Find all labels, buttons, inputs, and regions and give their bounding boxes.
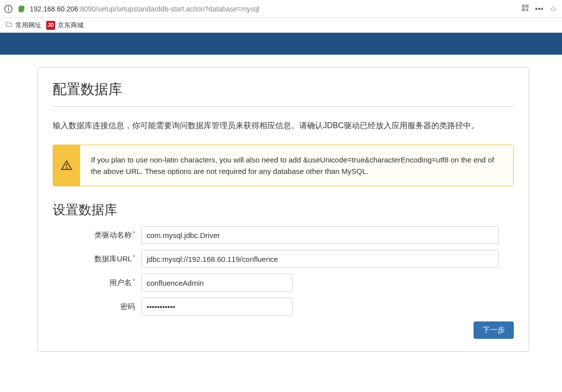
more-menu-icon[interactable]: ••• <box>534 4 544 13</box>
section-title: 设置数据库 <box>53 201 514 219</box>
info-icon[interactable] <box>4 4 13 13</box>
next-button[interactable]: 下一步 <box>474 321 514 339</box>
bookmark-jd[interactable]: JD 京东商城 <box>46 21 83 30</box>
bookmark-label: 常用网址 <box>15 21 41 30</box>
folder-icon <box>5 21 13 29</box>
jd-icon: JD <box>46 21 55 30</box>
password-input[interactable] <box>141 298 293 315</box>
bookmark-star-icon[interactable]: ☆ <box>548 4 558 13</box>
page-title: 配置数据库 <box>53 80 514 107</box>
warning-icon <box>53 145 80 186</box>
form-row-user: 用户名 <box>53 274 514 292</box>
svg-point-2 <box>8 6 9 7</box>
form-row-password: 密码 <box>53 298 514 315</box>
svg-rect-12 <box>526 10 527 11</box>
security-icon[interactable] <box>17 4 26 13</box>
svg-point-15 <box>66 167 67 168</box>
bookmark-label: 京东商城 <box>58 21 83 30</box>
form-row-dburl: 数据库URL <box>53 250 514 268</box>
dburl-input[interactable] <box>141 250 499 268</box>
url-path: :8090/setup/setupstandarddb-start.action… <box>78 5 259 13</box>
dburl-label: 数据库URL <box>53 254 141 264</box>
qr-icon[interactable] <box>520 4 530 14</box>
bookmark-common-sites[interactable]: 常用网址 <box>5 21 41 30</box>
svg-rect-9 <box>523 9 524 10</box>
warning-text: If you plan to use non-latin characters,… <box>80 145 513 186</box>
intro-text: 输入数据库连接信息，你可能需要询问数据库管理员来获得相应信息。请确认JDBC驱动… <box>53 119 514 132</box>
svg-rect-7 <box>527 5 528 6</box>
svg-rect-10 <box>526 8 527 9</box>
user-input[interactable] <box>141 274 293 292</box>
driver-input[interactable] <box>141 226 499 244</box>
driver-label: 类驱动名称 <box>53 231 141 240</box>
browser-url-bar: 192.168.60.206:8090/setup/setupstandardd… <box>0 0 562 18</box>
url-input[interactable]: 192.168.60.206:8090/setup/setupstandardd… <box>30 5 516 13</box>
svg-rect-5 <box>523 5 524 6</box>
password-label: 密码 <box>53 302 141 312</box>
warning-panel: If you plan to use non-latin characters,… <box>53 145 514 187</box>
svg-rect-11 <box>527 8 528 9</box>
form-row-driver: 类驱动名称 <box>53 226 514 244</box>
bookmarks-bar: 常用网址 JD 京东商城 <box>0 18 562 33</box>
user-label: 用户名 <box>53 278 141 288</box>
button-row: 下一步 <box>53 321 514 339</box>
url-host: 192.168.60.206 <box>30 5 78 13</box>
setup-card: 配置数据库 输入数据库连接信息，你可能需要询问数据库管理员来获得相应信息。请确认… <box>37 67 529 352</box>
svg-rect-13 <box>527 10 528 11</box>
page-header-band <box>0 33 562 55</box>
